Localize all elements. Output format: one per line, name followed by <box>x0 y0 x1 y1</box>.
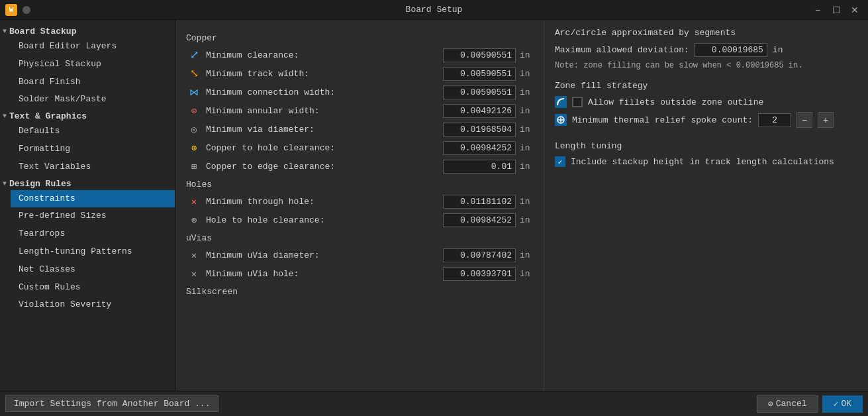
arc-section-title: Arc/circle approximated by segments <box>555 28 857 38</box>
sidebar-text-children: Defaults Formatting Text Variables <box>0 123 175 176</box>
h2h-label: Hole to hole clearance: <box>206 215 439 225</box>
check-icon: ✓ <box>558 158 563 166</box>
min-thruhole-label: Minimum through hole: <box>206 197 439 207</box>
max-deviation-label: Maximum allowed deviation: <box>555 45 689 55</box>
via-diam-icon: ◎ <box>186 121 202 137</box>
h2h-input[interactable] <box>443 213 516 227</box>
sidebar-item-solder-mask[interactable]: Solder Mask/Paste <box>11 91 175 109</box>
min-track-input[interactable] <box>443 67 516 81</box>
table-row: ⋈ Minimum connection width: in <box>186 84 533 100</box>
dialog-buttons: ⊘ Cancel ✓ OK <box>757 395 863 413</box>
holes-section-label: Holes <box>186 180 533 189</box>
copper-hole-icon: ⊕ <box>186 140 202 156</box>
ok-icon: ✓ <box>834 399 839 409</box>
uvia-diam-input[interactable] <box>443 248 516 262</box>
clearance-icon: ⤢ <box>186 47 202 63</box>
sidebar-item-violation-severity[interactable]: Violation Severity <box>11 296 175 314</box>
import-settings-button[interactable]: Import Settings from Another Board ... <box>5 395 218 412</box>
sidebar-item-constraints[interactable]: Constraints <box>11 190 175 208</box>
ok-button[interactable]: ✓ OK <box>822 395 863 413</box>
cancel-icon: ⊘ <box>768 399 773 409</box>
sidebar-group-text-graphics[interactable]: ▼ Text & Graphics <box>0 109 175 123</box>
sidebar-stackup-children: Board Editor Layers Physical Stackup Boa… <box>0 38 175 109</box>
copper-hole-input[interactable] <box>443 141 516 155</box>
sidebar-item-text-variables[interactable]: Text Variables <box>11 158 175 176</box>
table-row: ⊗ Hole to hole clearance: in <box>186 212 533 228</box>
copper-section-label: Copper <box>186 33 533 43</box>
uvia-hole-input[interactable] <box>443 267 516 281</box>
sidebar-group-design-rules[interactable]: ▼ Design Rules <box>0 176 175 190</box>
min-thruhole-unit: in <box>520 197 533 207</box>
spoke-decrement-button[interactable]: − <box>796 112 812 128</box>
sidebar-item-length-tuning[interactable]: Length-tuning Patterns <box>11 243 175 261</box>
sidebar-item-net-classes[interactable]: Net Classes <box>11 261 175 279</box>
max-deviation-row: Maximum allowed deviation: in <box>555 43 857 57</box>
titlebar-controls: − ☐ ✕ <box>810 2 863 18</box>
minimize-button[interactable]: − <box>810 2 826 18</box>
maximize-button[interactable]: ☐ <box>828 2 844 18</box>
content-area: Copper ⤢ Minimum clearance: in ⤡ Minimum… <box>175 20 544 416</box>
min-conn-label: Minimum connection width: <box>206 87 439 97</box>
cancel-button[interactable]: ⊘ Cancel <box>757 395 818 413</box>
chevron-down-icon-2: ▼ <box>3 113 7 120</box>
h2h-icon: ⊗ <box>186 212 202 228</box>
min-thruhole-input[interactable] <box>443 195 516 209</box>
copper-hole-unit: in <box>520 143 533 153</box>
sidebar-item-board-editor-layers[interactable]: Board Editor Layers <box>11 38 175 56</box>
spoke-increment-button[interactable]: + <box>818 112 834 128</box>
allow-fillets-checkbox[interactable] <box>572 97 583 107</box>
titlebar-left: W <box>5 4 30 16</box>
include-stackup-label: Include stackup height in track length c… <box>571 157 834 167</box>
include-stackup-checkbox[interactable]: ✓ <box>555 156 565 167</box>
uvia-hole-icon: ✕ <box>186 266 202 282</box>
note-text: Note: zone filling can be slow when < 0.… <box>555 61 857 70</box>
copper-edge-unit: in <box>520 162 533 172</box>
allow-fillets-label: Allow fillets outside zone outline <box>588 97 763 107</box>
min-via-label: Minimum via diameter: <box>206 125 439 134</box>
sidebar: ▼ Board Stackup Board Editor Layers Phys… <box>0 20 175 416</box>
max-deviation-input[interactable] <box>695 43 767 57</box>
min-via-input[interactable] <box>443 123 516 136</box>
min-clearance-unit: in <box>520 50 533 60</box>
sidebar-design-rules-label: Design Rules <box>9 179 72 189</box>
sidebar-item-board-finish[interactable]: Board Finish <box>11 74 175 91</box>
min-conn-unit: in <box>520 87 533 97</box>
table-row: ⊙ Minimum annular width: in <box>186 103 533 119</box>
sidebar-item-defaults[interactable]: Defaults <box>11 123 175 140</box>
min-clearance-input[interactable] <box>443 48 516 62</box>
zone-fill-title: Zone fill strategy <box>555 81 857 91</box>
close-button[interactable]: ✕ <box>847 2 863 18</box>
copper-edge-icon: ⊞ <box>186 158 202 174</box>
min-clearance-label: Minimum clearance: <box>206 50 439 60</box>
fillet-icon <box>555 96 567 108</box>
spoke-count-input[interactable] <box>758 113 791 127</box>
sidebar-item-custom-rules[interactable]: Custom Rules <box>11 279 175 297</box>
sidebar-group-board-stackup[interactable]: ▼ Board Stackup <box>0 24 175 38</box>
min-track-unit: in <box>520 69 533 79</box>
bottom-bar: Import Settings from Another Board ... ⊘… <box>0 391 868 416</box>
thermal-relief-icon <box>555 114 567 126</box>
table-row: ⊞ Copper to edge clearance: in <box>186 158 533 174</box>
window-title: Board Setup <box>406 5 463 15</box>
min-annular-label: Minimum annular width: <box>206 106 439 116</box>
sidebar-design-children: Constraints Pre-defined Sizes Teardrops … <box>0 190 175 315</box>
min-annular-unit: in <box>520 106 533 116</box>
min-annular-input[interactable] <box>443 104 516 118</box>
min-conn-input[interactable] <box>443 85 516 99</box>
sidebar-board-stackup-label: Board Stackup <box>9 26 76 36</box>
table-row: ◎ Minimum via diameter: in <box>186 121 533 137</box>
sidebar-item-physical-stackup[interactable]: Physical Stackup <box>11 56 175 74</box>
sidebar-item-predefined-sizes[interactable]: Pre-defined Sizes <box>11 207 175 225</box>
min-track-label: Minimum track width: <box>206 69 439 79</box>
copper-edge-input[interactable] <box>443 160 516 174</box>
uvia-diam-icon: ✕ <box>186 247 202 263</box>
sidebar-item-teardrops[interactable]: Teardrops <box>11 225 175 243</box>
conn-width-icon: ⋈ <box>186 84 202 100</box>
max-deviation-unit: in <box>773 45 783 55</box>
allow-fillets-row: Allow fillets outside zone outline <box>555 96 857 108</box>
copper-edge-label: Copper to edge clearance: <box>206 162 439 172</box>
table-row: ⤡ Minimum track width: in <box>186 66 533 81</box>
sidebar-item-formatting[interactable]: Formatting <box>11 140 175 158</box>
h2h-unit: in <box>520 215 533 225</box>
uvia-diam-label: Minimum uVia diameter: <box>206 250 439 260</box>
